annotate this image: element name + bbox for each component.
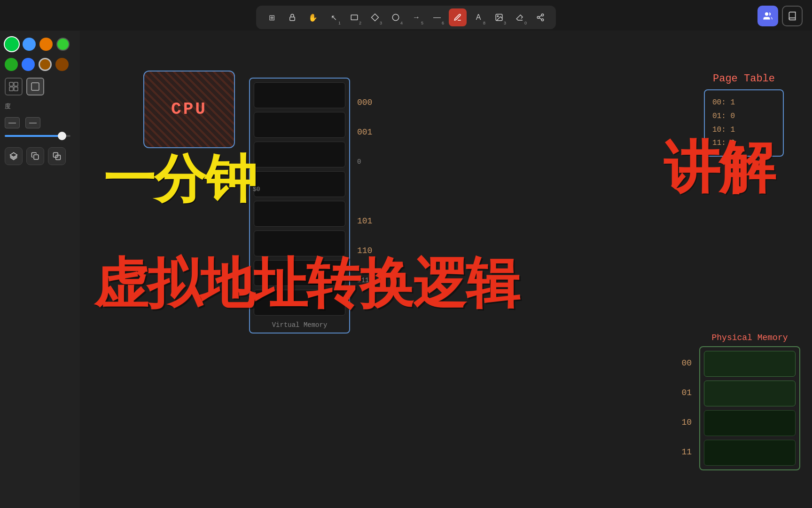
page-table: Page Table 00: 1 01: 0 10: 1 11: 0 (704, 73, 784, 157)
cpu-label: CPU (171, 100, 207, 119)
canvas-area: CPU Virtual Memory 000 001 0 101 110 111… (80, 31, 812, 508)
tool-pen[interactable] (449, 8, 467, 26)
annotation-dollar-zero: $0 (253, 186, 260, 193)
svg-rect-18 (34, 155, 39, 159)
svg-line-10 (539, 16, 541, 17)
tool-lock[interactable] (283, 8, 301, 26)
svg-point-3 (392, 14, 399, 21)
minus-buttons: — — (5, 117, 75, 128)
tool-rectangle[interactable]: 2 (345, 8, 363, 26)
page-table-row-1: 01: 0 (712, 110, 775, 123)
tool-squares (5, 78, 75, 95)
copy-btn[interactable] (48, 147, 66, 165)
page-table-row-3: 11: 0 (712, 136, 775, 150)
tool-eraser[interactable]: 0 (511, 8, 529, 26)
tool-arrow[interactable]: →5 (407, 8, 425, 26)
vm-slot-7 (254, 290, 345, 316)
tool-circle[interactable]: 4 (387, 8, 405, 26)
tool-cursor[interactable]: ↖1 (325, 8, 343, 26)
vm-addr-011 (352, 178, 372, 204)
color-swatch-dark-green[interactable] (5, 58, 18, 71)
vm-addr-110: 111 (352, 267, 372, 293)
vm-addr-100: 101 (352, 208, 372, 234)
toolbar: ⊞ ✋ ↖1 2 3 4 →5 —6 A8 3 (256, 6, 556, 29)
svg-rect-14 (9, 87, 13, 91)
duplicate-btn[interactable] (26, 147, 44, 165)
page-table-title: Page Table (704, 73, 784, 85)
tool-diamond[interactable]: 3 (366, 8, 384, 26)
tool-share[interactable] (531, 8, 549, 26)
vm-slot-5 (254, 230, 345, 256)
svg-point-8 (541, 19, 544, 21)
grid-tool[interactable] (5, 78, 23, 95)
page-table-row-0: 00: 1 (712, 96, 775, 110)
tool-line[interactable]: —6 (428, 8, 446, 26)
degree-label-row: 度 (5, 102, 75, 111)
tool-text[interactable]: A8 (469, 8, 487, 26)
color-swatch-green-bright[interactable] (5, 37, 19, 51)
svg-line-9 (539, 18, 541, 19)
svg-rect-1 (351, 15, 358, 20)
vm-addresses: 000 001 0 101 110 111 (352, 89, 372, 323)
slider-row (5, 135, 75, 137)
phys-title: Physical Memory (699, 333, 800, 342)
tool-image[interactable]: 3 (490, 8, 508, 26)
phys-slot-1 (704, 381, 796, 406)
vm-slot-1 (254, 112, 345, 138)
virtual-memory-container: Virtual Memory (249, 78, 350, 333)
color-row-1 (5, 37, 75, 51)
vm-slot-2 (254, 142, 345, 167)
vm-slot-3 (254, 171, 345, 197)
users-button[interactable] (757, 6, 778, 26)
phys-slot-0 (704, 351, 796, 377)
layers-btn[interactable] (5, 147, 23, 165)
minus-btn-2[interactable]: — (25, 117, 40, 128)
color-swatch-mid-blue[interactable] (22, 58, 35, 71)
svg-rect-16 (31, 83, 39, 90)
minus-btn-1[interactable]: — (5, 117, 20, 128)
sidebar: 度 — — (0, 31, 80, 508)
color-swatch-brown[interactable] (39, 58, 52, 71)
color-swatch-green[interactable] (56, 38, 70, 51)
book-button[interactable] (782, 6, 803, 26)
vm-slot-6 (254, 260, 345, 286)
svg-point-5 (497, 16, 498, 16)
phys-addr-01: 01 (681, 380, 695, 405)
phys-addr-11: 11 (681, 439, 695, 465)
svg-rect-0 (290, 17, 295, 21)
right-buttons (757, 6, 803, 26)
slider-track[interactable] (5, 135, 70, 137)
svg-rect-13 (14, 82, 18, 86)
phys-slot-3 (704, 440, 796, 466)
slider-thumb[interactable] (58, 132, 66, 140)
tool-hand[interactable]: ✋ (304, 8, 322, 26)
svg-point-7 (537, 16, 539, 19)
phys-addresses: 00 01 10 11 (681, 350, 695, 465)
phys-box (699, 346, 800, 470)
tool-select-all[interactable]: ⊞ (263, 8, 281, 26)
vm-addr-101: 110 (352, 238, 372, 263)
color-swatch-blue[interactable] (23, 38, 36, 51)
svg-rect-15 (14, 87, 18, 91)
square-tool[interactable] (26, 78, 44, 95)
phys-addr-00: 00 (681, 350, 695, 376)
bottom-tools (5, 147, 75, 165)
page-table-row-2: 10: 1 (712, 123, 775, 137)
color-swatch-orange[interactable] (39, 38, 53, 51)
phys-slot-2 (704, 410, 796, 436)
vm-addr-010: 0 (352, 149, 372, 175)
svg-point-6 (541, 14, 544, 16)
svg-marker-2 (372, 14, 379, 21)
degree-label: 度 (5, 102, 11, 111)
cpu-box: CPU (143, 71, 235, 148)
slider-fill (5, 135, 62, 137)
overlay-text-one-minute: 一分钟 (103, 153, 256, 205)
color-swatch-dark-brown[interactable] (55, 58, 69, 71)
physical-memory-container: Physical Memory (699, 333, 800, 470)
svg-point-11 (765, 13, 768, 16)
page-table-box: 00: 1 01: 0 10: 1 11: 0 (704, 89, 784, 157)
vm-label: Virtual Memory (254, 321, 345, 329)
vm-addr-001: 001 (352, 119, 372, 145)
vm-addr-111 (352, 297, 372, 323)
svg-rect-12 (9, 82, 13, 86)
